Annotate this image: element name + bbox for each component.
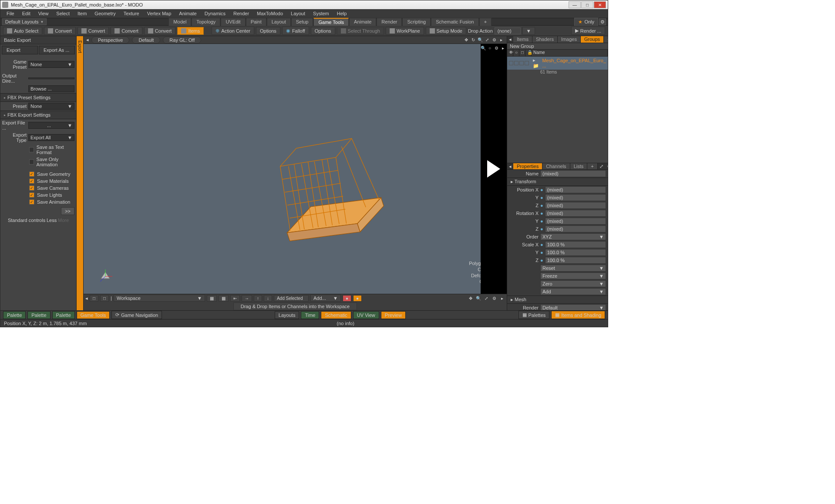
menu-texture[interactable]: Texture: [120, 10, 143, 17]
chk-mat[interactable]: Save Materials: [0, 178, 76, 185]
freeze-button[interactable]: Freeze▼: [540, 272, 606, 279]
viewport-raygl[interactable]: Ray GL: Off: [163, 37, 201, 44]
export-button[interactable]: Export: [2, 46, 38, 54]
convert-button-4[interactable]: Convert: [144, 27, 176, 35]
vis-icon[interactable]: [514, 61, 519, 65]
exportfile-combo[interactable]: ...▼: [28, 122, 74, 129]
menu-icon[interactable]: ▸: [499, 295, 505, 301]
convert-button-1[interactable]: Convert: [44, 27, 76, 35]
rotz-field[interactable]: (mixed): [545, 225, 606, 232]
tab-scripting[interactable]: Scripting: [402, 18, 431, 26]
items-button[interactable]: Items: [177, 27, 204, 35]
new-group-button[interactable]: New Group: [507, 43, 608, 50]
posz-field[interactable]: (mixed): [545, 202, 606, 209]
tab-gametools[interactable]: Game Tools: [313, 18, 349, 26]
tab-model[interactable]: Model: [168, 18, 191, 26]
gametools-button[interactable]: Game Tools: [77, 311, 110, 319]
menu-vertexmap[interactable]: Vertex Map: [144, 10, 175, 17]
preview-play-overlay[interactable]: 🔍 ○ ⚙ ▸: [481, 44, 507, 294]
menu-edit[interactable]: Edit: [19, 10, 34, 17]
workplane-button[interactable]: WorkPlane: [386, 27, 424, 35]
expand-icon[interactable]: ⤢: [483, 295, 489, 301]
convert-button-2[interactable]: Convert: [77, 27, 109, 35]
minimize-button[interactable]: —: [569, 1, 581, 8]
menu-animate[interactable]: Animate: [175, 10, 200, 17]
only-toggle[interactable]: ★ Only: [574, 18, 598, 26]
add-button[interactable]: Add▼: [540, 288, 606, 295]
sel-icon[interactable]: [519, 61, 524, 65]
tab-animate[interactable]: Animate: [349, 18, 376, 26]
schem-nav2-icon[interactable]: →: [242, 295, 252, 302]
gear-icon[interactable]: ⚙: [605, 163, 608, 169]
tab-uvedit[interactable]: UVEdit: [221, 18, 245, 26]
schematic-button[interactable]: Schematic: [321, 311, 351, 319]
zero-button[interactable]: Zero▼: [540, 280, 606, 287]
viewport-canvas[interactable]: 61 Items Polygons : Face Channels: 0 Def…: [84, 44, 507, 294]
options2-button[interactable]: Options: [311, 27, 335, 35]
exportas-button[interactable]: Export As ...: [39, 46, 75, 54]
rptab-items[interactable]: Items: [513, 36, 532, 43]
palette-button-1[interactable]: Palette: [3, 311, 26, 319]
falloff-button[interactable]: ◉Falloff: [282, 27, 309, 35]
gamenav-button[interactable]: ⟳Game Navigation: [111, 311, 162, 319]
sclz-field[interactable]: 100.0 %: [545, 257, 606, 264]
viewport-menu-icon[interactable]: ◂: [86, 37, 89, 43]
tab-setup[interactable]: Setup: [291, 18, 313, 26]
schem-red-icon[interactable]: ●: [343, 295, 351, 302]
reset-button[interactable]: Reset▼: [540, 265, 606, 272]
move-icon[interactable]: ✥: [463, 37, 469, 43]
rotate-icon[interactable]: ↻: [470, 37, 476, 43]
preset-combo[interactable]: None▼: [28, 103, 74, 110]
schematic-menu-icon[interactable]: ◂: [85, 296, 88, 301]
fbx-export-header[interactable]: FBX Export Settings: [0, 111, 76, 119]
tab-topology[interactable]: Topology: [192, 18, 220, 26]
chk-geom[interactable]: Save Geometry: [0, 171, 76, 178]
rptab2-lists[interactable]: Lists: [570, 163, 588, 169]
chk-savetext[interactable]: Save as Text Format: [0, 144, 76, 156]
exporttype-combo[interactable]: Export All▼: [28, 134, 74, 141]
close-button[interactable]: ✕: [594, 1, 606, 8]
scly-field[interactable]: 100.0 %: [545, 249, 606, 256]
menu-geometry[interactable]: Geometry: [91, 10, 119, 17]
chevron-down-icon[interactable]: ▼: [522, 27, 535, 35]
zoom-icon[interactable]: 🔍: [477, 37, 483, 43]
dropaction-combo[interactable]: (none): [495, 27, 521, 34]
preview-button[interactable]: Preview: [381, 311, 406, 319]
items-shading-button[interactable]: ▦Items and Shading: [551, 311, 605, 319]
expand-icon[interactable]: ⤢: [484, 37, 490, 43]
menu-view[interactable]: View: [35, 10, 52, 17]
tab-render[interactable]: Render: [377, 18, 402, 26]
advance-button[interactable]: >>: [61, 207, 74, 215]
layouts-button[interactable]: Layouts: [275, 311, 300, 319]
gamepreset-combo[interactable]: None▼: [28, 61, 74, 68]
menu-render[interactable]: Render: [230, 10, 253, 17]
options-button[interactable]: Options: [256, 27, 280, 35]
rptab-add[interactable]: +: [604, 36, 608, 43]
expand-icon[interactable]: ⤢: [598, 163, 605, 169]
schem-icon-2[interactable]: □: [100, 295, 109, 302]
roty-field[interactable]: (mixed): [545, 218, 606, 225]
menu-layout[interactable]: Layout: [287, 10, 309, 17]
rp-menu-icon[interactable]: ◂: [507, 36, 513, 43]
gear-icon[interactable]: ⚙: [491, 295, 497, 301]
maximize-button[interactable]: □: [581, 1, 593, 8]
chk-saveanim[interactable]: Save Only Animation: [0, 156, 76, 168]
rptab2-channels[interactable]: Channels: [542, 163, 570, 169]
schem-icon-1[interactable]: □: [90, 295, 98, 302]
viewport-shading[interactable]: Default: [132, 37, 160, 44]
gear-icon[interactable]: ⚙: [491, 37, 497, 43]
settings-gear-icon[interactable]: ⚙: [599, 18, 606, 25]
rptab2-properties[interactable]: Properties: [513, 163, 542, 169]
schem-orange-icon[interactable]: ●: [353, 295, 362, 302]
name-field[interactable]: (mixed): [540, 170, 606, 177]
menu-icon[interactable]: ▸: [498, 37, 504, 43]
schem-nav-icon[interactable]: ⇤: [230, 295, 240, 302]
viewport-perspective[interactable]: Perspective: [91, 37, 129, 44]
tab-paint[interactable]: Paint: [246, 18, 266, 26]
menu-dynamics[interactable]: Dynamics: [201, 10, 229, 17]
order-combo[interactable]: XYZ▼: [540, 233, 606, 240]
tree-item-mesh-cage[interactable]: ▸📁 Mesh_Cage_on_EPAL_Euro_ ...: [507, 57, 608, 70]
selectthrough-button[interactable]: Select Through: [337, 27, 384, 35]
menu-help[interactable]: Help: [333, 10, 350, 17]
palettes-button[interactable]: ▦Palettes: [519, 311, 550, 319]
